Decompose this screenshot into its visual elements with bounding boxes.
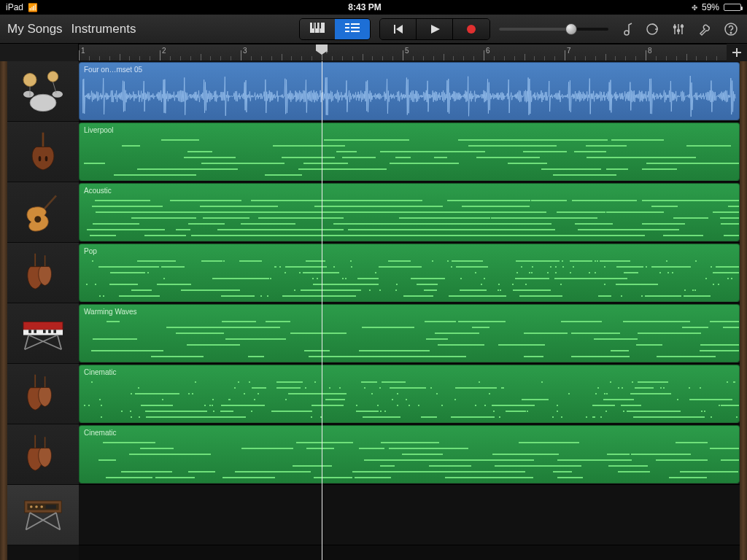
svg-rect-10 — [345, 31, 349, 32]
svg-line-58 — [26, 513, 56, 529]
track-lane-bass[interactable]: Liverpool — [79, 122, 740, 182]
track-lane-drums[interactable]: Four on…mset 05 — [79, 61, 740, 122]
drum-kit-icon — [17, 65, 69, 117]
track-header-strings[interactable] — [7, 243, 79, 303]
my-songs-button[interactable]: My Songs — [7, 22, 63, 36]
tracks-icon — [345, 23, 360, 36]
track-lane-keyboard[interactable]: Warming Waves — [79, 303, 740, 364]
battery-percent: 59% — [702, 2, 719, 12]
svg-rect-1 — [312, 23, 314, 28]
region-guitar[interactable]: Acoustic — [79, 183, 740, 241]
string-ensemble-icon — [17, 428, 69, 481]
rewind-button[interactable] — [380, 19, 417, 39]
add-track-button[interactable] — [727, 44, 747, 61]
svg-point-36 — [45, 156, 48, 161]
track-header-synth[interactable] — [7, 485, 79, 545]
piano-keys-icon — [310, 23, 325, 36]
region-label: Cinematic — [84, 429, 735, 437]
svg-point-25 — [730, 32, 732, 34]
track-header-bass[interactable] — [7, 122, 79, 182]
svg-rect-40 — [28, 330, 31, 333]
region-label: Liverpool — [84, 126, 735, 134]
string-ensemble-icon — [17, 246, 69, 299]
track-lane-synth[interactable] — [79, 485, 740, 545]
track-lane-strings2[interactable]: Cinematic — [79, 364, 740, 424]
region-strings2[interactable]: Cinematic — [79, 365, 740, 423]
svg-rect-38 — [23, 322, 63, 330]
region-label: Cinematic — [84, 368, 735, 376]
wifi-icon — [28, 2, 38, 12]
svg-point-52 — [35, 505, 38, 508]
svg-marker-13 — [396, 25, 403, 34]
region-label: Pop — [84, 247, 735, 255]
region-keyboard[interactable]: Warming Waves — [79, 304, 740, 362]
svg-line-34 — [53, 82, 57, 93]
svg-point-30 — [53, 91, 63, 98]
keyboard-synth-icon — [17, 307, 69, 359]
record-button[interactable] — [453, 19, 489, 39]
track-headers — [7, 61, 79, 560]
loop-browser-icon[interactable] — [643, 22, 661, 36]
note-settings-icon[interactable] — [617, 22, 635, 36]
timeline[interactable]: Four on…mset 05LiverpoolAcousticPopWarmi… — [79, 61, 740, 560]
track-header-strings2[interactable] — [7, 364, 79, 424]
track-lane-guitar[interactable]: Acoustic — [79, 182, 740, 243]
guitar-icon — [17, 186, 69, 238]
svg-rect-43 — [48, 330, 51, 333]
svg-point-31 — [23, 74, 36, 87]
region-strings[interactable]: Pop — [79, 244, 740, 302]
svg-rect-54 — [46, 505, 56, 508]
status-bar: iPad 8:43 PM 59% — [0, 0, 747, 15]
play-button[interactable] — [417, 19, 453, 39]
svg-rect-44 — [53, 330, 56, 333]
svg-point-15 — [467, 25, 476, 34]
master-volume-slider[interactable] — [499, 28, 608, 31]
svg-rect-42 — [43, 330, 46, 333]
ruler-header-spacer — [0, 44, 79, 61]
help-icon[interactable] — [722, 22, 740, 36]
region-label: Warming Waves — [84, 308, 735, 316]
track-lane-strings3[interactable]: Cinematic — [79, 424, 740, 485]
transport-controls — [379, 18, 490, 40]
playhead[interactable] — [322, 61, 322, 560]
svg-point-29 — [23, 91, 34, 98]
svg-point-51 — [30, 505, 33, 508]
svg-point-53 — [40, 505, 43, 508]
wood-trim-left — [0, 61, 7, 560]
track-header-drums[interactable] — [7, 61, 79, 122]
svg-point-22 — [678, 29, 680, 31]
toolbar: My Songs Instruments — [0, 15, 747, 44]
wood-trim-right — [740, 61, 747, 560]
track-lane-strings[interactable]: Pop — [79, 243, 740, 303]
instruments-button[interactable]: Instruments — [71, 22, 136, 36]
track-header-keyboard[interactable] — [7, 303, 79, 364]
volume-thumb[interactable] — [565, 23, 577, 35]
battery-icon — [724, 4, 741, 11]
mixer-icon[interactable] — [670, 22, 687, 36]
upright-bass-icon — [17, 125, 69, 178]
track-header-strings3[interactable] — [7, 424, 79, 485]
svg-point-32 — [47, 71, 58, 82]
svg-line-57 — [30, 513, 60, 529]
svg-point-35 — [39, 156, 42, 161]
waveform — [82, 76, 736, 117]
svg-rect-12 — [394, 25, 395, 34]
svg-line-48 — [25, 335, 58, 350]
time-ruler[interactable]: 12345678 — [79, 44, 727, 61]
region-drums[interactable]: Four on…mset 05 — [79, 62, 740, 120]
svg-point-21 — [674, 26, 676, 28]
svg-rect-8 — [345, 27, 349, 28]
view-tracks-button[interactable] — [335, 19, 370, 39]
region-bass[interactable]: Liverpool — [79, 122, 740, 181]
svg-rect-11 — [351, 31, 360, 32]
settings-wrench-icon[interactable] — [696, 22, 713, 36]
region-label: Four on…mset 05 — [84, 66, 735, 74]
svg-point-16 — [624, 31, 629, 35]
region-strings3[interactable]: Cinematic — [79, 425, 740, 483]
svg-line-47 — [28, 335, 61, 350]
clock: 8:43 PM — [348, 2, 381, 12]
svg-rect-41 — [34, 330, 36, 333]
view-note-button[interactable] — [300, 19, 335, 39]
track-header-guitar[interactable] — [7, 182, 79, 243]
string-ensemble-icon — [17, 368, 69, 420]
